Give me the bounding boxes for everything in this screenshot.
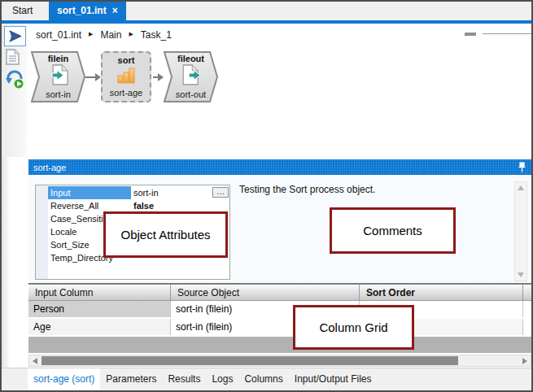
close-icon[interactable]: ×	[112, 5, 118, 16]
tab-results[interactable]: Results	[162, 368, 206, 390]
property-value: false	[131, 199, 229, 212]
bottom-tab-strip: sort-age (sort) Parameters Results Logs …	[2, 368, 531, 390]
breadcrumb: sort_01.int ▶ Main ▶ Task_1	[36, 29, 172, 41]
node-name-label: sort-out	[164, 89, 218, 99]
left-toolbar	[2, 24, 27, 157]
pin-icon[interactable]	[518, 162, 526, 173]
refresh-button[interactable]	[5, 68, 24, 89]
table-row[interactable]: Person sort-in (filein)	[28, 301, 531, 319]
connector-arrow	[153, 76, 158, 78]
cell-input-column[interactable]: Person	[28, 301, 171, 317]
node-type-label: sort	[103, 55, 150, 65]
file-input-icon	[50, 64, 68, 89]
table-row[interactable]: Age sort-in (filein)	[28, 319, 531, 337]
property-name: Input	[48, 186, 131, 199]
annotation-comments: Comments	[330, 207, 456, 254]
chevron-right-icon: ▶	[89, 31, 93, 37]
node-type-label: filein	[31, 54, 85, 63]
comments-vertical-scrollbar[interactable]	[514, 181, 527, 281]
panel-header[interactable]: sort-age	[28, 159, 531, 175]
connector-arrow	[85, 76, 95, 78]
tab-columns[interactable]: Columns	[238, 368, 288, 390]
document-icon	[6, 49, 20, 65]
browse-button[interactable]: …	[212, 187, 229, 198]
grid-gutter	[36, 185, 48, 279]
node-type-label: fileout	[164, 54, 218, 63]
tab-input-output-files[interactable]: Input/Output Files	[289, 368, 378, 390]
divider-line	[483, 33, 531, 34]
left-edge-shading	[2, 157, 11, 390]
cell-input-column[interactable]: Age	[28, 319, 171, 335]
comments-textarea[interactable]: Testing the Sort process object.	[239, 184, 375, 195]
scroll-right-icon[interactable]	[522, 358, 527, 364]
tab-sort01[interactable]: sort_01.int ×	[49, 2, 126, 20]
horizontal-scrollbar[interactable]	[28, 355, 531, 367]
cell-filler	[523, 301, 531, 317]
property-value: sort-in	[133, 188, 159, 198]
app-window: Start sort_01.int ×	[0, 0, 533, 392]
file-output-icon	[182, 64, 202, 89]
header-source-object[interactable]: Source Object	[171, 285, 360, 300]
scroll-down-icon[interactable]	[518, 272, 524, 277]
node-sort[interactable]: sort sort-age	[101, 51, 151, 102]
node-fileout[interactable]: fileout sort-out	[164, 51, 218, 102]
document-tab-bar: Start sort_01.int ×	[2, 2, 531, 20]
scroll-left-icon[interactable]	[33, 358, 37, 364]
run-icon	[7, 29, 23, 43]
column-grid-header: Input Column Source Object Sort Order	[28, 284, 531, 301]
tab-sort-age-sort[interactable]: sort-age (sort)	[28, 368, 100, 390]
column-grid-body: Person sort-in (filein) Age sort-in (fil…	[28, 301, 531, 353]
property-name: Reverse_All	[48, 199, 131, 212]
scroll-up-icon[interactable]	[518, 185, 524, 190]
panel-title: sort-age	[33, 163, 66, 172]
document-button[interactable]	[6, 49, 20, 65]
annotation-object-attributes: Object Attributes	[103, 211, 228, 258]
sort-bars-icon	[116, 66, 136, 87]
header-sort-order[interactable]: Sort Order	[360, 285, 523, 300]
breadcrumb-item-main[interactable]: Main	[100, 29, 121, 41]
refresh-icon	[5, 68, 24, 89]
annotation-column-grid: Column Grid	[293, 305, 414, 350]
node-name-label: sort-age	[103, 88, 150, 98]
property-row-input[interactable]: Input sort-in …	[48, 186, 229, 199]
property-row-reverse-all[interactable]: Reverse_All false	[48, 199, 229, 212]
breadcrumb-item-task[interactable]: Task_1	[141, 29, 172, 41]
scrollbar-thumb[interactable]	[42, 356, 458, 365]
node-name-label: sort-in	[31, 89, 85, 99]
run-button[interactable]	[4, 26, 26, 46]
breadcrumb-item-file[interactable]: sort_01.int	[36, 29, 81, 41]
tab-sort01-label: sort_01.int	[57, 5, 107, 16]
tab-parameters[interactable]: Parameters	[100, 368, 162, 390]
tab-logs[interactable]: Logs	[206, 368, 238, 390]
chevron-right-icon: ▶	[129, 31, 133, 37]
tab-start[interactable]: Start	[2, 2, 46, 20]
collapse-handle[interactable]	[465, 33, 476, 36]
cell-filler	[523, 319, 531, 335]
active-tab-indicator	[2, 20, 531, 24]
header-input-column[interactable]: Input Column	[28, 285, 171, 300]
node-filein[interactable]: filein sort-in	[31, 51, 85, 102]
